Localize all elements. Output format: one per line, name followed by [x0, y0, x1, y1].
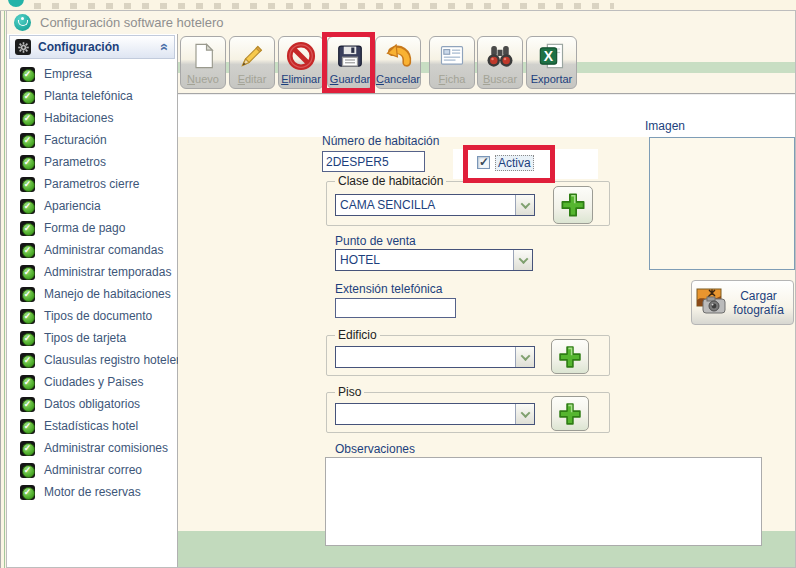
- phone-extension-label: Extensión telefónica: [335, 282, 442, 296]
- sidebar-item-label: Estadísticas hotel: [44, 419, 138, 433]
- sidebar-item-empresa[interactable]: Empresa: [9, 63, 175, 85]
- sidebar-item-facturacion[interactable]: Facturación: [9, 129, 175, 151]
- cancel-button-label: Cancelar: [376, 73, 420, 85]
- check-icon: [20, 331, 35, 346]
- sidebar-item-administrar-comandas[interactable]: Administrar comandas: [9, 239, 175, 261]
- sidebar-item-administrar-correo[interactable]: Administrar correo: [9, 459, 175, 481]
- undo-arrow-icon: [383, 40, 413, 72]
- chevron-down-icon[interactable]: [515, 195, 534, 215]
- card-button[interactable]: Ficha: [429, 36, 475, 89]
- export-button[interactable]: X Exportar: [526, 36, 577, 89]
- chevron-down-icon[interactable]: [513, 250, 532, 270]
- add-building-button[interactable]: [551, 339, 589, 374]
- card-button-label: Ficha: [439, 73, 466, 85]
- floor-select[interactable]: [335, 403, 535, 425]
- active-checkbox-label[interactable]: Activa: [495, 155, 534, 171]
- sidebar-item-estadisticas-hotel[interactable]: Estadísticas hotel: [9, 415, 175, 437]
- sidebar-item-label: Datos obligatorios: [44, 397, 140, 411]
- chevron-down-icon[interactable]: [515, 404, 534, 424]
- check-icon: [20, 89, 35, 104]
- check-icon: [20, 353, 35, 368]
- sidebar-item-tipos-de-tarjeta[interactable]: Tipos de tarjeta: [9, 327, 175, 349]
- check-icon: [20, 309, 35, 324]
- cancel-button[interactable]: Cancelar: [375, 36, 421, 89]
- collapse-chevron-icon[interactable]: «: [159, 43, 171, 51]
- export-button-label: Exportar: [531, 73, 573, 85]
- sidebar-item-ciudades-y-paises[interactable]: Ciudades y Paises: [9, 371, 175, 393]
- point-of-sale-select[interactable]: HOTEL: [335, 249, 533, 271]
- room-number-input[interactable]: [322, 151, 425, 172]
- sidebar: Configuración « Empresa Planta telefónic…: [7, 34, 178, 568]
- sidebar-item-motor-de-reservas[interactable]: Motor de reservas: [9, 481, 175, 503]
- sidebar-item-apariencia[interactable]: Apariencia: [9, 195, 175, 217]
- check-icon: [20, 375, 35, 390]
- floppy-disk-icon: [335, 40, 365, 72]
- check-icon: [20, 221, 35, 236]
- sidebar-item-label: Facturación: [44, 133, 107, 147]
- image-label: Imagen: [645, 119, 685, 133]
- sidebar-header[interactable]: Configuración «: [9, 35, 175, 59]
- app-root: Configuración software hotelero Configur…: [0, 0, 796, 568]
- sidebar-item-label: Empresa: [44, 67, 92, 81]
- save-button-label: Guardar: [330, 73, 370, 85]
- sidebar-item-datos-obligatorios[interactable]: Datos obligatorios: [9, 393, 175, 415]
- sidebar-item-label: Administrar temporadas: [44, 265, 171, 279]
- search-button-label: Buscar: [483, 73, 517, 85]
- new-button-label: Nuevo: [187, 73, 219, 85]
- edit-button[interactable]: Editar: [229, 36, 275, 89]
- sidebar-item-manejo-de-habitaciones[interactable]: Manejo de habitaciones: [9, 283, 175, 305]
- check-icon: [20, 419, 35, 434]
- sidebar-item-administrar-temporadas[interactable]: Administrar temporadas: [9, 261, 175, 283]
- sidebar-item-tipos-de-documento[interactable]: Tipos de documento: [9, 305, 175, 327]
- save-button[interactable]: Guardar: [327, 36, 373, 89]
- excel-icon: X: [538, 40, 566, 72]
- delete-button[interactable]: Eliminar: [278, 36, 324, 89]
- check-icon: [20, 177, 35, 192]
- sidebar-item-label: Administrar correo: [44, 463, 142, 477]
- sidebar-item-administrar-comisiones[interactable]: Administrar comisiones: [9, 437, 175, 459]
- sidebar-item-planta-telefonica[interactable]: Planta telefónica: [9, 85, 175, 107]
- background-window-strip: [0, 0, 796, 11]
- check-icon: [20, 133, 35, 148]
- load-photo-button[interactable]: Cargar fotografía: [691, 280, 794, 325]
- sidebar-item-habitaciones[interactable]: Habitaciones: [9, 107, 175, 129]
- sidebar-item-forma-de-pago[interactable]: Forma de pago: [9, 217, 175, 239]
- observations-textarea[interactable]: [325, 457, 762, 546]
- forbidden-icon: [286, 40, 316, 72]
- sidebar-item-label: Tipos de documento: [44, 309, 152, 323]
- background-window-left-edge: [0, 11, 6, 568]
- sidebar-item-clausulas-registro[interactable]: Clausulas registro hotelero: [9, 349, 175, 371]
- plus-icon: [556, 400, 584, 428]
- floor-value: [336, 404, 515, 424]
- sidebar-item-parametros-cierre[interactable]: Parametros cierre: [9, 173, 175, 195]
- background-app-icon: [8, 0, 24, 7]
- search-button[interactable]: Buscar: [477, 36, 523, 89]
- building-select[interactable]: [335, 346, 535, 368]
- add-floor-button[interactable]: [551, 396, 589, 431]
- active-checkbox[interactable]: [477, 156, 490, 169]
- form-card-icon: [438, 40, 466, 72]
- sidebar-item-label: Motor de reservas: [44, 485, 141, 499]
- sidebar-item-label: Parametros: [44, 155, 106, 169]
- room-class-label: Clase de habitación: [335, 174, 446, 188]
- window-titlebar: Configuración software hotelero: [7, 11, 795, 34]
- sidebar-item-label: Habitaciones: [44, 111, 113, 125]
- new-button[interactable]: Nuevo: [180, 36, 226, 89]
- chevron-down-icon[interactable]: [515, 347, 534, 367]
- sidebar-item-label: Forma de pago: [44, 221, 125, 235]
- phone-extension-input[interactable]: [335, 298, 456, 318]
- sidebar-item-label: Clausulas registro hotelero: [44, 353, 187, 367]
- check-icon: [20, 199, 35, 214]
- point-of-sale-value: HOTEL: [336, 250, 513, 270]
- add-room-class-button[interactable]: [553, 186, 593, 224]
- delete-button-label: Eliminar: [281, 73, 321, 85]
- building-value: [336, 347, 515, 367]
- check-icon: [20, 463, 35, 478]
- svg-text:X: X: [543, 48, 553, 64]
- room-class-select[interactable]: CAMA SENCILLA: [335, 194, 535, 216]
- point-of-sale-label: Punto de venta: [335, 234, 416, 248]
- sidebar-list: Empresa Planta telefónica Habitaciones F…: [9, 63, 175, 503]
- sidebar-item-label: Planta telefónica: [44, 89, 133, 103]
- check-icon: [20, 265, 35, 280]
- sidebar-item-parametros[interactable]: Parametros: [9, 151, 175, 173]
